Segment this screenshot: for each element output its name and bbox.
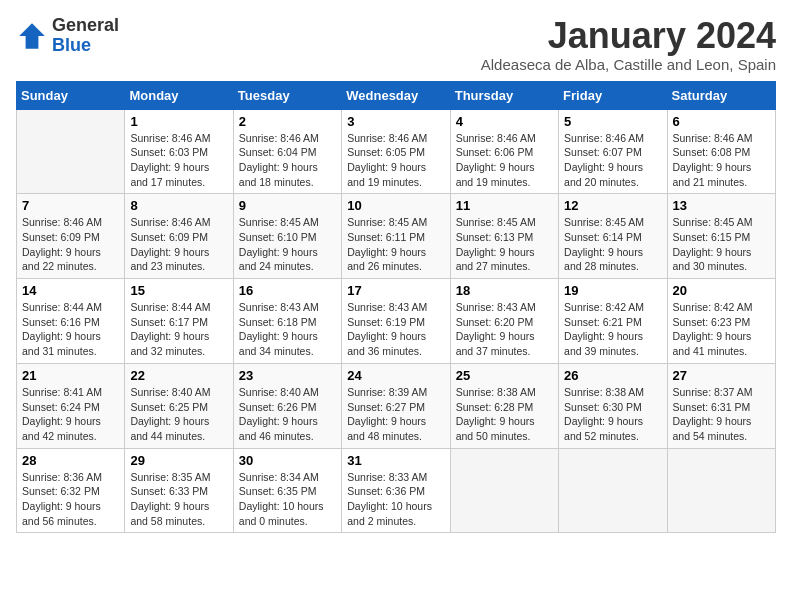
calendar-cell: 19Sunrise: 8:42 AMSunset: 6:21 PMDayligh… [559, 279, 667, 364]
day-info: Sunrise: 8:44 AMSunset: 6:16 PMDaylight:… [22, 300, 119, 359]
day-number: 26 [564, 368, 661, 383]
calendar-week-row: 7Sunrise: 8:46 AMSunset: 6:09 PMDaylight… [17, 194, 776, 279]
calendar-cell: 23Sunrise: 8:40 AMSunset: 6:26 PMDayligh… [233, 363, 341, 448]
calendar-cell: 22Sunrise: 8:40 AMSunset: 6:25 PMDayligh… [125, 363, 233, 448]
day-info: Sunrise: 8:40 AMSunset: 6:26 PMDaylight:… [239, 385, 336, 444]
calendar-cell [450, 448, 558, 533]
calendar-cell: 25Sunrise: 8:38 AMSunset: 6:28 PMDayligh… [450, 363, 558, 448]
day-number: 23 [239, 368, 336, 383]
day-info: Sunrise: 8:42 AMSunset: 6:21 PMDaylight:… [564, 300, 661, 359]
day-number: 5 [564, 114, 661, 129]
calendar-week-row: 28Sunrise: 8:36 AMSunset: 6:32 PMDayligh… [17, 448, 776, 533]
calendar-cell: 1Sunrise: 8:46 AMSunset: 6:03 PMDaylight… [125, 109, 233, 194]
day-info: Sunrise: 8:37 AMSunset: 6:31 PMDaylight:… [673, 385, 770, 444]
calendar-cell [559, 448, 667, 533]
day-info: Sunrise: 8:38 AMSunset: 6:28 PMDaylight:… [456, 385, 553, 444]
day-number: 19 [564, 283, 661, 298]
day-number: 6 [673, 114, 770, 129]
calendar-cell: 5Sunrise: 8:46 AMSunset: 6:07 PMDaylight… [559, 109, 667, 194]
calendar-week-row: 1Sunrise: 8:46 AMSunset: 6:03 PMDaylight… [17, 109, 776, 194]
calendar-cell [667, 448, 775, 533]
day-info: Sunrise: 8:45 AMSunset: 6:15 PMDaylight:… [673, 215, 770, 274]
day-info: Sunrise: 8:39 AMSunset: 6:27 PMDaylight:… [347, 385, 444, 444]
day-info: Sunrise: 8:46 AMSunset: 6:08 PMDaylight:… [673, 131, 770, 190]
subtitle: Aldeaseca de Alba, Castille and Leon, Sp… [481, 56, 776, 73]
calendar-cell: 7Sunrise: 8:46 AMSunset: 6:09 PMDaylight… [17, 194, 125, 279]
calendar-cell: 30Sunrise: 8:34 AMSunset: 6:35 PMDayligh… [233, 448, 341, 533]
logo-icon [16, 20, 48, 52]
calendar-cell: 18Sunrise: 8:43 AMSunset: 6:20 PMDayligh… [450, 279, 558, 364]
days-of-week-row: SundayMondayTuesdayWednesdayThursdayFrid… [17, 81, 776, 109]
day-number: 12 [564, 198, 661, 213]
calendar-cell: 14Sunrise: 8:44 AMSunset: 6:16 PMDayligh… [17, 279, 125, 364]
page-header: General Blue January 2024 Aldeaseca de A… [16, 16, 776, 73]
day-info: Sunrise: 8:45 AMSunset: 6:13 PMDaylight:… [456, 215, 553, 274]
logo-text: General Blue [52, 16, 119, 56]
day-number: 18 [456, 283, 553, 298]
calendar-week-row: 14Sunrise: 8:44 AMSunset: 6:16 PMDayligh… [17, 279, 776, 364]
calendar-cell: 21Sunrise: 8:41 AMSunset: 6:24 PMDayligh… [17, 363, 125, 448]
day-of-week-header: Sunday [17, 81, 125, 109]
day-number: 17 [347, 283, 444, 298]
day-info: Sunrise: 8:46 AMSunset: 6:07 PMDaylight:… [564, 131, 661, 190]
day-number: 8 [130, 198, 227, 213]
day-info: Sunrise: 8:34 AMSunset: 6:35 PMDaylight:… [239, 470, 336, 529]
day-number: 24 [347, 368, 444, 383]
day-info: Sunrise: 8:41 AMSunset: 6:24 PMDaylight:… [22, 385, 119, 444]
day-info: Sunrise: 8:44 AMSunset: 6:17 PMDaylight:… [130, 300, 227, 359]
calendar-table: SundayMondayTuesdayWednesdayThursdayFrid… [16, 81, 776, 534]
day-of-week-header: Friday [559, 81, 667, 109]
month-title: January 2024 [481, 16, 776, 56]
day-number: 2 [239, 114, 336, 129]
calendar-cell: 17Sunrise: 8:43 AMSunset: 6:19 PMDayligh… [342, 279, 450, 364]
day-number: 10 [347, 198, 444, 213]
day-info: Sunrise: 8:46 AMSunset: 6:05 PMDaylight:… [347, 131, 444, 190]
day-number: 15 [130, 283, 227, 298]
calendar-cell: 26Sunrise: 8:38 AMSunset: 6:30 PMDayligh… [559, 363, 667, 448]
calendar-week-row: 21Sunrise: 8:41 AMSunset: 6:24 PMDayligh… [17, 363, 776, 448]
day-number: 3 [347, 114, 444, 129]
day-number: 22 [130, 368, 227, 383]
day-number: 1 [130, 114, 227, 129]
day-info: Sunrise: 8:43 AMSunset: 6:20 PMDaylight:… [456, 300, 553, 359]
calendar-cell: 24Sunrise: 8:39 AMSunset: 6:27 PMDayligh… [342, 363, 450, 448]
day-number: 16 [239, 283, 336, 298]
calendar-cell [17, 109, 125, 194]
calendar-cell: 13Sunrise: 8:45 AMSunset: 6:15 PMDayligh… [667, 194, 775, 279]
day-of-week-header: Saturday [667, 81, 775, 109]
day-number: 25 [456, 368, 553, 383]
day-of-week-header: Monday [125, 81, 233, 109]
day-number: 21 [22, 368, 119, 383]
calendar-cell: 8Sunrise: 8:46 AMSunset: 6:09 PMDaylight… [125, 194, 233, 279]
day-info: Sunrise: 8:46 AMSunset: 6:03 PMDaylight:… [130, 131, 227, 190]
day-number: 31 [347, 453, 444, 468]
day-number: 4 [456, 114, 553, 129]
calendar-cell: 10Sunrise: 8:45 AMSunset: 6:11 PMDayligh… [342, 194, 450, 279]
day-number: 20 [673, 283, 770, 298]
day-info: Sunrise: 8:38 AMSunset: 6:30 PMDaylight:… [564, 385, 661, 444]
calendar-cell: 2Sunrise: 8:46 AMSunset: 6:04 PMDaylight… [233, 109, 341, 194]
day-number: 29 [130, 453, 227, 468]
calendar-cell: 15Sunrise: 8:44 AMSunset: 6:17 PMDayligh… [125, 279, 233, 364]
day-info: Sunrise: 8:45 AMSunset: 6:10 PMDaylight:… [239, 215, 336, 274]
day-info: Sunrise: 8:35 AMSunset: 6:33 PMDaylight:… [130, 470, 227, 529]
day-info: Sunrise: 8:46 AMSunset: 6:04 PMDaylight:… [239, 131, 336, 190]
calendar-cell: 11Sunrise: 8:45 AMSunset: 6:13 PMDayligh… [450, 194, 558, 279]
day-info: Sunrise: 8:40 AMSunset: 6:25 PMDaylight:… [130, 385, 227, 444]
svg-marker-0 [19, 23, 45, 49]
calendar-cell: 3Sunrise: 8:46 AMSunset: 6:05 PMDaylight… [342, 109, 450, 194]
day-info: Sunrise: 8:46 AMSunset: 6:06 PMDaylight:… [456, 131, 553, 190]
calendar-cell: 28Sunrise: 8:36 AMSunset: 6:32 PMDayligh… [17, 448, 125, 533]
calendar-cell: 16Sunrise: 8:43 AMSunset: 6:18 PMDayligh… [233, 279, 341, 364]
calendar-cell: 20Sunrise: 8:42 AMSunset: 6:23 PMDayligh… [667, 279, 775, 364]
day-number: 27 [673, 368, 770, 383]
day-number: 30 [239, 453, 336, 468]
day-of-week-header: Tuesday [233, 81, 341, 109]
day-number: 7 [22, 198, 119, 213]
calendar-cell: 31Sunrise: 8:33 AMSunset: 6:36 PMDayligh… [342, 448, 450, 533]
day-of-week-header: Wednesday [342, 81, 450, 109]
day-info: Sunrise: 8:45 AMSunset: 6:11 PMDaylight:… [347, 215, 444, 274]
day-info: Sunrise: 8:46 AMSunset: 6:09 PMDaylight:… [130, 215, 227, 274]
logo: General Blue [16, 16, 119, 56]
day-info: Sunrise: 8:43 AMSunset: 6:19 PMDaylight:… [347, 300, 444, 359]
